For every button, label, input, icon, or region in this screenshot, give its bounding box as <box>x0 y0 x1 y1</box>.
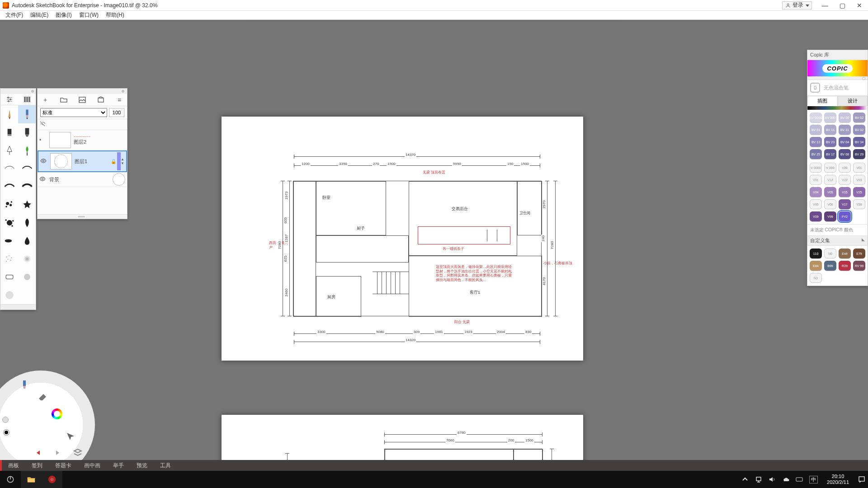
copic-chip[interactable]: BV 02 <box>853 125 865 135</box>
brush-spray[interactable] <box>18 250 36 268</box>
copic-tab-design[interactable]: 设计 <box>838 96 868 106</box>
puck-color-icon[interactable] <box>51 408 63 420</box>
copic-custom-header[interactable]: 自定义集◣ <box>807 236 868 246</box>
taskbar-explorer[interactable] <box>21 471 42 488</box>
copic-chip[interactable]: N0 <box>824 249 836 258</box>
copic-chip[interactable]: BV 01 <box>810 125 822 135</box>
tb-preview[interactable]: 预览 <box>130 462 154 469</box>
visibility-eye-icon[interactable] <box>39 176 47 183</box>
brush-paintbrush[interactable] <box>18 105 36 123</box>
tray-onedrive-icon[interactable] <box>782 476 789 483</box>
power-button[interactable] <box>0 471 21 488</box>
menu-window[interactable]: 窗口(W) <box>75 11 102 19</box>
brush-marker[interactable] <box>0 123 18 141</box>
copic-chip[interactable]: BV 29 <box>853 149 865 159</box>
layers-panel[interactable]: + ≡ 标准 • ~~~~~~~~ 图层2 图层1 🔓 ▲▼ 背景 <box>37 88 127 219</box>
brush-inkpen[interactable] <box>0 141 18 160</box>
brush-library-icon[interactable] <box>24 96 31 103</box>
brush-med1[interactable] <box>0 178 18 196</box>
panel-resize[interactable] <box>0 304 36 310</box>
copic-chip[interactable]: V06 <box>824 199 836 209</box>
copic-panel[interactable]: Copic 库 COPIC ▢ 0 无色混合笔 插图 设计 BV 0000BV … <box>807 50 868 286</box>
brush-pencil[interactable] <box>0 105 18 123</box>
copic-current-swatch[interactable]: 0 <box>810 83 820 93</box>
brush-drop[interactable] <box>18 232 36 250</box>
tb-answer[interactable]: 答题卡 <box>49 462 78 469</box>
layer-sketch-row[interactable] <box>38 119 127 130</box>
copic-chip[interactable]: BV 23 <box>824 137 836 147</box>
puck-undo-icon[interactable] <box>33 447 46 460</box>
layer-menu-icon[interactable]: ≡ <box>115 96 123 104</box>
add-layer-button[interactable]: + <box>41 96 49 104</box>
panel-grip[interactable]: ▢ <box>807 76 868 80</box>
copic-chip[interactable]: V95 <box>810 199 822 209</box>
blend-mode-select[interactable]: 标准 <box>40 108 107 117</box>
layer-bg-icon[interactable] <box>97 96 105 104</box>
tb-tools[interactable]: 工具 <box>154 462 177 469</box>
copic-chip[interactable]: V91 <box>810 175 822 185</box>
copic-chip[interactable]: BV 02 <box>853 113 865 122</box>
copic-hue-strip[interactable] <box>807 106 868 110</box>
maximize-button[interactable]: ▢ <box>834 0 851 11</box>
layer-opacity-spinner[interactable]: ▲▼ <box>121 157 124 165</box>
copic-chip[interactable]: BV 25 <box>810 149 822 159</box>
copic-chip[interactable]: V28 <box>853 199 865 209</box>
brush-inkbrush[interactable] <box>18 141 36 160</box>
tray-notifications-icon[interactable] <box>858 476 865 483</box>
panel-grip[interactable] <box>0 89 36 94</box>
copic-chip[interactable]: V01 <box>853 163 865 173</box>
close-button[interactable]: ✕ <box>851 0 868 11</box>
copic-chip[interactable]: V05 <box>824 187 836 197</box>
brush-med2[interactable] <box>18 178 36 196</box>
brush-splat1[interactable] <box>0 196 18 214</box>
puck-brush-icon[interactable] <box>18 379 31 391</box>
brush-splat2[interactable] <box>0 214 18 232</box>
layer-row[interactable]: • ~~~~~~~~ 图层2 <box>38 130 127 150</box>
copic-chip[interactable]: V09 <box>810 211 822 221</box>
workspace-canvas[interactable]: 14370 1200 3350 270 1500 5950 150 1500 无… <box>0 22 868 470</box>
copic-chip[interactable]: BV 31 <box>839 125 851 135</box>
copic-chip[interactable]: BV 11 <box>824 125 836 135</box>
copic-chip[interactable]: BV 04 <box>839 137 851 147</box>
brush-settings-icon[interactable] <box>6 96 13 103</box>
copic-chip[interactable]: BV 13 <box>810 137 822 147</box>
panel-resize[interactable] <box>38 214 127 219</box>
copic-chip[interactable]: V20 <box>839 163 851 173</box>
puck-redo-icon[interactable] <box>50 447 62 460</box>
bg-color-swatch[interactable] <box>113 173 125 186</box>
copic-chip[interactable]: N3 <box>810 273 822 283</box>
copic-chip[interactable]: V 000 <box>824 163 836 173</box>
opacity-input[interactable] <box>109 108 124 117</box>
copic-chip[interactable]: BV 08 <box>839 149 851 159</box>
brush-palette[interactable] <box>0 88 36 310</box>
brush-soft[interactable] <box>0 286 18 304</box>
tray-volume-icon[interactable] <box>769 476 776 483</box>
menu-image[interactable]: 图像(I) <box>52 11 75 19</box>
copic-chip[interactable]: BV 17 <box>824 149 836 159</box>
lock-icon[interactable]: 🔓 <box>111 159 117 164</box>
puck-cursor-icon[interactable] <box>64 430 77 443</box>
copic-chip[interactable]: V25 <box>853 187 865 197</box>
copic-chip[interactable]: E79 <box>853 249 865 258</box>
copic-chip[interactable]: V04 <box>810 187 822 197</box>
panel-grip[interactable] <box>38 89 127 94</box>
copic-tab-illust[interactable]: 插图 <box>807 96 838 106</box>
copic-chip[interactable]: B99 <box>824 261 836 271</box>
brush-eraser2[interactable] <box>18 268 36 286</box>
layer-folder-icon[interactable] <box>60 96 68 104</box>
copic-chip[interactable]: BV 00 <box>839 113 851 122</box>
layer-row-bg[interactable]: 背景 <box>38 172 127 187</box>
copic-chip[interactable]: V12 <box>824 175 836 185</box>
visibility-off-icon[interactable] <box>39 121 47 128</box>
login-dropdown[interactable]: 登录 <box>782 1 812 9</box>
copic-chip[interactable]: RV 99 <box>853 261 865 271</box>
puck-swatch2[interactable] <box>0 413 12 426</box>
puck-layers-icon[interactable] <box>71 446 84 459</box>
copic-chip[interactable]: BV 34 <box>853 137 865 147</box>
brush-eraser1[interactable] <box>0 268 18 286</box>
visibility-eye-icon[interactable] <box>40 158 47 165</box>
copic-chip[interactable]: E49 <box>839 249 851 258</box>
taskbar-record[interactable] <box>42 471 62 488</box>
tb-raise[interactable]: 举手 <box>107 462 130 469</box>
menu-edit[interactable]: 编辑(E) <box>27 11 52 19</box>
